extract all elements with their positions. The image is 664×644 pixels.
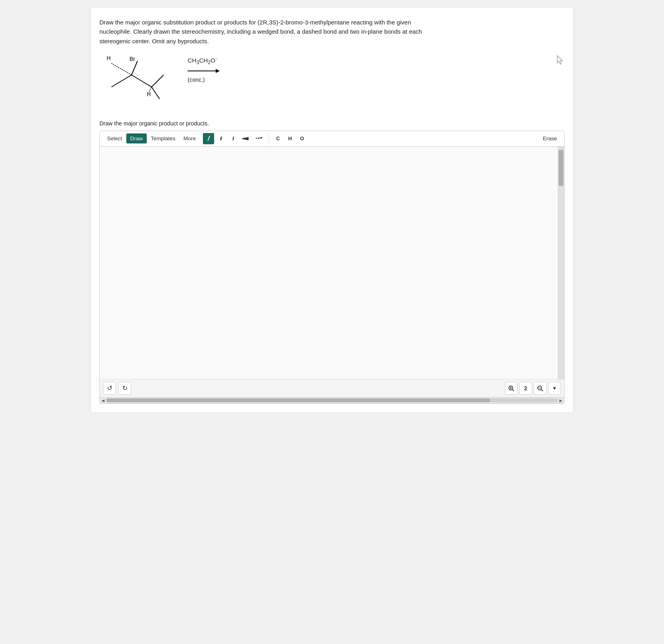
erase-button[interactable]: Erase (539, 133, 561, 143)
question-line2: nucleophile. Clearly drawn the stereoche… (99, 28, 422, 35)
svg-line-14 (258, 138, 259, 139)
reaction-area: H Br H CH3CH2O− (99, 53, 565, 109)
svg-text:H: H (107, 55, 111, 61)
svg-text:Br: Br (130, 56, 135, 62)
oxygen-atom-btn[interactable]: O (296, 133, 308, 144)
wedge-bond-icon (242, 135, 249, 142)
question-line3: stereogenic center. Omit any byproducts. (99, 38, 209, 44)
svg-line-5 (111, 75, 132, 87)
zoom-section: 2 ▼ (505, 382, 561, 395)
page-wrapper: Draw the major organic substitution prod… (91, 8, 573, 412)
toolbar: Select Draw Templates More / // /// (100, 131, 564, 147)
hydrogen-atom-btn[interactable]: H (284, 133, 296, 144)
reaction-arrow (188, 67, 220, 75)
dash-bond-btn[interactable] (253, 133, 265, 144)
horizontal-scrollbar[interactable]: ◀ ▶ (100, 397, 564, 404)
svg-marker-12 (242, 137, 249, 140)
cursor-icon (556, 53, 565, 68)
drawing-canvas[interactable] (100, 147, 558, 379)
zoom-in-button[interactable] (505, 382, 518, 395)
scrollbar-thumb-vertical (559, 150, 563, 186)
vertical-scrollbar[interactable] (558, 147, 564, 379)
tab-select[interactable]: Select (103, 133, 126, 143)
svg-line-4 (132, 75, 152, 87)
bond-tools-section: / // /// (200, 133, 269, 144)
canvas-container (100, 147, 564, 379)
svg-line-2 (111, 63, 132, 75)
dash-bond-icon (256, 135, 262, 142)
svg-line-13 (256, 138, 257, 139)
condition-label: (conc.) (188, 77, 220, 83)
svg-line-17 (512, 390, 514, 391)
h-scrollbar-track (106, 398, 558, 402)
double-bond-icon: // (220, 135, 221, 141)
scroll-right-btn[interactable]: ▶ (559, 398, 563, 403)
svg-line-21 (541, 390, 543, 391)
redo-button[interactable]: ↻ (118, 382, 131, 395)
expand-icon: ▼ (552, 386, 557, 391)
question-text: Draw the major organic substitution prod… (99, 18, 565, 46)
triple-bond-icon: /// (233, 136, 233, 141)
zoom-out-icon (537, 385, 543, 392)
question-line1: Draw the major organic substitution prod… (99, 19, 411, 26)
zoom-out-button[interactable] (534, 382, 547, 395)
atom-tools-section: C H O (269, 133, 311, 144)
scroll-left-btn[interactable]: ◀ (101, 398, 105, 403)
svg-marker-11 (216, 69, 220, 73)
undo-redo-section: ↺ ↻ (103, 382, 131, 395)
zoom-in-icon (508, 385, 514, 392)
wedge-bond-btn[interactable] (239, 133, 252, 144)
svg-line-3 (132, 61, 138, 75)
single-bond-icon: / (208, 135, 210, 143)
svg-line-7 (152, 87, 160, 99)
carbon-atom-btn[interactable]: C (272, 133, 283, 144)
svg-text:H: H (147, 91, 151, 97)
tab-draw[interactable]: Draw (126, 133, 147, 143)
bottom-toolbar: ↺ ↻ 2 (100, 379, 564, 397)
reaction-arrow-area: CH3CH2O− (conc.) (188, 53, 220, 83)
tab-more[interactable]: More (180, 133, 200, 143)
undo-button[interactable]: ↺ (103, 382, 116, 395)
draw-panel-label: Draw the major organic product or produc… (99, 120, 565, 127)
expand-button[interactable]: ▼ (548, 382, 561, 395)
double-bond-btn[interactable]: // (215, 133, 226, 144)
triple-bond-btn[interactable]: /// (227, 133, 238, 144)
redo-icon: ↻ (122, 384, 128, 392)
zoom-reset-button[interactable]: 2 (519, 382, 532, 395)
molecule-structure: H Br H (99, 53, 172, 105)
reagent-label: CH3CH2O− (188, 57, 220, 65)
draw-panel: Select Draw Templates More / // /// (99, 131, 565, 404)
svg-line-15 (260, 137, 262, 138)
tab-templates[interactable]: Templates (147, 133, 180, 143)
single-bond-btn[interactable]: / (203, 133, 214, 144)
h-scrollbar-thumb (106, 398, 490, 402)
undo-icon: ↺ (107, 384, 112, 392)
zoom-reset-icon: 2 (524, 385, 527, 392)
svg-line-6 (152, 75, 164, 87)
